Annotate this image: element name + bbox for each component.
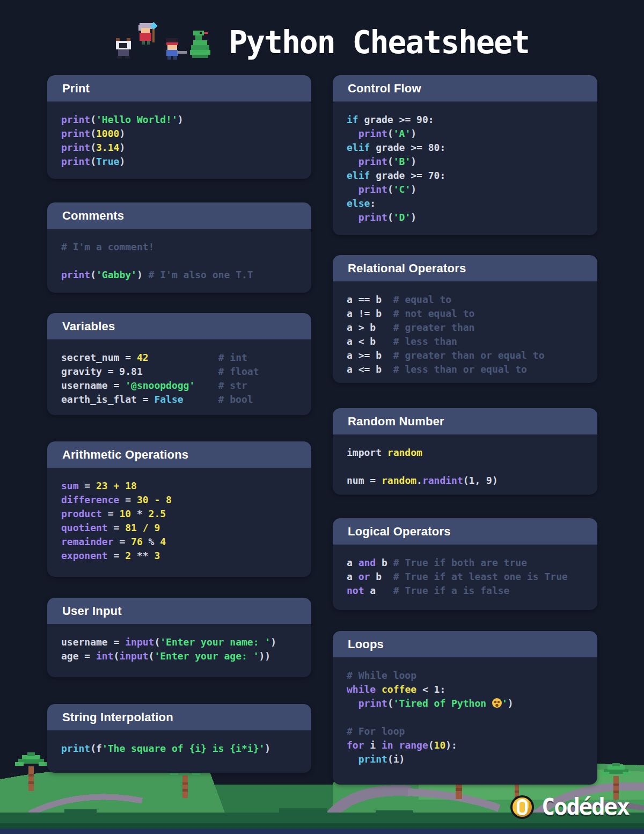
- coin-slot: [517, 799, 528, 815]
- card-relational-code: a == b # equal toa != b # not equal toa …: [333, 281, 597, 376]
- card-variables: Variables secret_num = 42 # intgravity =…: [47, 313, 311, 415]
- card-control-flow-header: Control Flow: [333, 75, 597, 101]
- header: Python Cheatsheet: [0, 18, 644, 67]
- card-title: Control Flow: [348, 82, 421, 96]
- card-user-input-code: username = input('Enter your name: ')age…: [47, 624, 311, 663]
- card-random-number: Random Number import random num = random…: [333, 408, 597, 495]
- pixel-characters: [115, 22, 215, 63]
- snake-character-icon: [190, 31, 210, 58]
- card-title: Logical Operators: [348, 525, 451, 539]
- card-relational-header: Relational Operators: [333, 255, 597, 281]
- card-loops-header: Loops: [333, 631, 597, 657]
- card-logical-operators: Logical Operators a and b # True if both…: [333, 518, 597, 610]
- card-random-number-header: Random Number: [333, 408, 597, 434]
- card-title: Arithmetic Operations: [62, 448, 188, 462]
- card-title: User Input: [62, 604, 122, 618]
- card-variables-header: Variables: [47, 313, 311, 339]
- brand-name: Codédex: [541, 794, 629, 820]
- card-title: String Interpolation: [62, 710, 173, 724]
- card-user-input-header: User Input: [47, 598, 311, 624]
- card-control-flow-code: if grade >= 90: print('A')elif grade >= …: [333, 101, 597, 224]
- python-cheatsheet-page: Python Cheatsheet Print print('Hello Wor…: [0, 0, 644, 834]
- card-string-interpolation-header: String Interpolation: [47, 704, 311, 730]
- card-comments-code: # I'm a comment! print('Gabby') # I'm al…: [47, 229, 311, 282]
- card-print: Print print('Hello World!')print(1000)pr…: [47, 75, 311, 179]
- card-print-code: print('Hello World!')print(1000)print(3.…: [47, 101, 311, 169]
- brand-footer: Codédex: [510, 794, 629, 820]
- card-loops-code: # While loopwhile coffee < 1: print('Tir…: [333, 657, 597, 766]
- card-control-flow: Control Flow if grade >= 90: print('A')e…: [333, 75, 597, 235]
- card-arithmetic-code: sum = 23 + 18difference = 30 - 8product …: [47, 468, 311, 563]
- card-title: Random Number: [348, 415, 444, 429]
- robot-pup-character-icon: [116, 38, 131, 59]
- card-title: Relational Operators: [348, 262, 466, 275]
- card-comments-header: Comments: [47, 202, 311, 229]
- gold-coin-icon: [510, 795, 534, 819]
- page-title: Python Cheatsheet: [229, 24, 529, 61]
- card-random-number-code: import random num = random.randint(1, 9): [333, 434, 597, 488]
- card-title: Variables: [62, 320, 115, 333]
- card-string-interpolation-code: print(f'The square of {i} is {i*i}'): [47, 730, 311, 756]
- card-user-input: User Input username = input('Enter your …: [47, 598, 311, 677]
- mage-character-icon: [138, 22, 157, 45]
- card-logical-code: a and b # True if both are truea or b # …: [333, 545, 597, 598]
- card-title: Print: [62, 82, 90, 96]
- card-relational-operators: Relational Operators a == b # equal toa …: [333, 255, 597, 383]
- card-title: Comments: [62, 209, 124, 223]
- card-variables-code: secret_num = 42 # intgravity = 9.81 # fl…: [47, 339, 311, 407]
- card-comments: Comments # I'm a comment! print('Gabby')…: [47, 202, 311, 293]
- card-print-header: Print: [47, 75, 311, 101]
- adventurer-character-icon: [166, 38, 187, 60]
- card-arithmetic-operations: Arithmetic Operations sum = 23 + 18diffe…: [47, 441, 311, 577]
- card-title: Loops: [348, 637, 384, 651]
- bottom-border-strip: [0, 829, 644, 834]
- card-arithmetic-header: Arithmetic Operations: [47, 441, 311, 468]
- card-loops: Loops # While loopwhile coffee < 1: prin…: [333, 631, 597, 785]
- card-string-interpolation: String Interpolation print(f'The square …: [47, 704, 311, 773]
- card-logical-header: Logical Operators: [333, 518, 597, 545]
